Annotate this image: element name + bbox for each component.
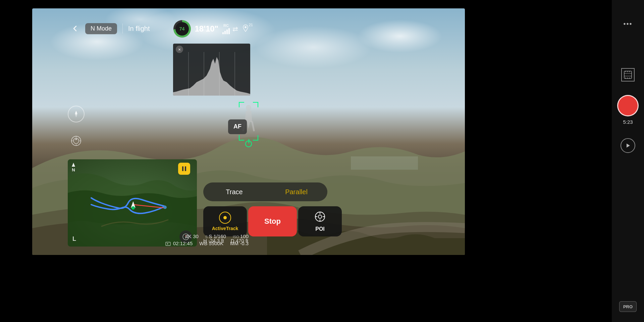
histogram-chart	[173, 52, 250, 96]
telemetry-row-1: 4K 30 S S 1/160 ISO 100	[185, 233, 249, 239]
signal-bars	[222, 28, 230, 34]
bottom-actions: ActiveTrack Stop POI	[203, 206, 342, 236]
map-pause-button[interactable]	[178, 163, 190, 175]
svg-rect-21	[185, 166, 186, 171]
svg-point-19	[131, 206, 135, 210]
record-time-display: 5:23	[623, 119, 633, 125]
gimbal-icon[interactable]	[68, 132, 85, 149]
hud-icons: RC ⇄ 21	[222, 23, 250, 34]
wb-display: WB 5500K	[199, 240, 223, 246]
flight-status: In flight	[128, 25, 150, 33]
right-sidebar: ••• 5:23 PRO	[612, 0, 644, 322]
svg-rect-0	[351, 156, 418, 170]
svg-rect-20	[182, 166, 183, 171]
activetrack-button[interactable]: ActiveTrack	[203, 206, 247, 236]
poi-icon	[314, 211, 326, 224]
poi-label: POI	[315, 226, 325, 232]
svg-point-17	[163, 206, 167, 209]
map-l-label: L	[72, 235, 76, 243]
svg-marker-44	[627, 144, 630, 148]
parallel-mode-option[interactable]: Parallel	[265, 185, 327, 199]
poi-button[interactable]: POI	[298, 206, 342, 236]
rc-status: RC	[222, 23, 230, 34]
iso-display: ISO 100	[233, 233, 249, 239]
top-right-hud: 74 18'10" RC ⇄	[173, 20, 250, 38]
compass-widget[interactable]	[68, 106, 85, 122]
resolution-display: 4K 30	[185, 233, 199, 239]
svg-rect-38	[625, 71, 626, 72]
battery-indicator: 74	[173, 20, 191, 38]
flight-time: 18'10"	[195, 24, 218, 34]
svg-line-27	[252, 122, 254, 130]
playback-button[interactable]	[621, 138, 635, 153]
telemetry-row-2: 02:12:45 WB 5500K MM -0.3	[165, 240, 249, 247]
af-button[interactable]: AF	[228, 119, 247, 134]
back-button[interactable]	[68, 21, 83, 36]
map-north-indicator: N	[72, 163, 75, 172]
shutter-display: S S 1/160	[205, 233, 226, 239]
svg-point-1	[245, 26, 247, 28]
stop-label: Stop	[264, 217, 281, 226]
svg-rect-35	[624, 71, 632, 78]
more-options-button[interactable]: •••	[623, 20, 632, 28]
svg-rect-43	[629, 77, 630, 78]
svg-point-9	[71, 136, 81, 146]
record-indicator	[623, 101, 633, 110]
svg-rect-42	[627, 77, 628, 78]
activetrack-icon	[219, 212, 231, 224]
pro-button[interactable]: PRO	[619, 301, 637, 312]
svg-rect-41	[625, 77, 626, 78]
svg-rect-36	[624, 73, 632, 74]
mode-badge[interactable]: N Mode	[85, 23, 117, 34]
svg-point-25	[246, 105, 251, 110]
svg-rect-37	[624, 76, 632, 76]
film-strip-button[interactable]	[621, 68, 635, 82]
track-center-dot	[245, 141, 252, 147]
stop-button[interactable]: Stop	[248, 206, 297, 236]
svg-rect-40	[629, 71, 630, 72]
svg-point-29	[318, 215, 322, 218]
header-divider	[122, 23, 123, 34]
activetrack-label: ActiveTrack	[212, 226, 238, 231]
svg-point-8	[75, 113, 77, 115]
left-icons	[68, 106, 85, 149]
svg-rect-39	[627, 71, 628, 72]
activetrack-dot	[223, 216, 227, 219]
trace-mode-option[interactable]: Trace	[203, 185, 265, 199]
mode-selector: Trace Parallel	[203, 182, 327, 201]
gps-icon: 21	[241, 24, 250, 34]
histogram-close-button[interactable]: ×	[176, 46, 183, 53]
bottom-right-telemetry: 4K 30 S S 1/160 ISO 100 02:12:45 WB 5500…	[165, 233, 249, 247]
histogram-panel: ×	[173, 44, 250, 96]
timecode-display: 02:12:45	[165, 240, 193, 247]
connection-icon: ⇄	[232, 25, 238, 33]
record-button[interactable]	[617, 95, 639, 116]
ev-display: MM -0.3	[230, 240, 249, 246]
